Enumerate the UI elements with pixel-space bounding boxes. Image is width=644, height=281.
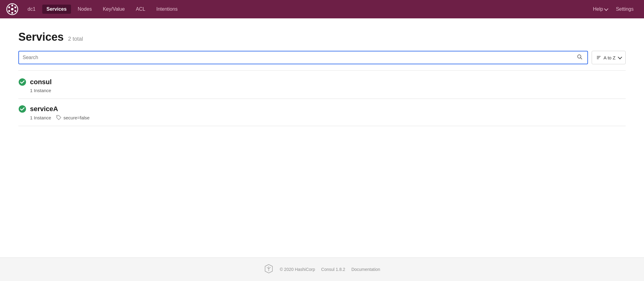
sort-button[interactable]: A to Z <box>592 51 626 64</box>
search-icon <box>577 54 582 60</box>
service-serviceA-meta: 1 Instance secure=false <box>18 115 626 120</box>
svg-point-15 <box>58 116 58 117</box>
svg-point-14 <box>19 105 26 113</box>
sort-label: A to Z <box>604 55 616 60</box>
service-item-consul[interactable]: consul 1 Instance <box>18 72 626 99</box>
svg-point-13 <box>19 78 26 86</box>
service-consul-meta: 1 Instance <box>18 88 626 93</box>
svg-line-9 <box>580 58 582 59</box>
service-consul-name: consul <box>30 78 52 86</box>
footer-version: Consul 1.8.2 <box>321 267 345 272</box>
search-button[interactable] <box>576 53 584 62</box>
search-box <box>18 51 588 64</box>
svg-point-3 <box>14 6 16 8</box>
footer-documentation-link[interactable]: Documentation <box>351 267 380 272</box>
svg-point-6 <box>8 10 10 12</box>
service-serviceA-name-row: serviceA <box>18 105 626 113</box>
svg-point-4 <box>14 10 16 12</box>
nav-item-acl[interactable]: ACL <box>132 5 150 14</box>
help-chevron-icon <box>604 7 608 11</box>
sort-chevron-icon <box>618 55 622 59</box>
nav-help-label: Help <box>593 6 603 12</box>
footer-copyright: © 2020 HashiCorp <box>280 267 315 272</box>
nav-item-intentions[interactable]: Intentions <box>152 5 182 14</box>
svg-point-2 <box>11 5 13 6</box>
page-header: Services 2 total <box>18 31 626 43</box>
sort-icon <box>596 55 601 60</box>
nav-item-keyvalue[interactable]: Key/Value <box>99 5 129 14</box>
nav-help-button[interactable]: Help <box>590 5 610 14</box>
service-consul-instances: 1 Instance <box>30 88 51 93</box>
nav-dc[interactable]: dc1 <box>24 5 39 14</box>
nav-item-nodes[interactable]: Nodes <box>73 5 96 14</box>
service-serviceA-tag-value: secure=false <box>63 115 89 120</box>
service-serviceA-instances: 1 Instance <box>30 115 51 120</box>
page-count: 2 total <box>68 36 83 42</box>
service-list: consul 1 Instance serviceA 1 Instance <box>18 72 626 126</box>
search-input[interactable] <box>23 55 576 60</box>
main-nav: dc1 Services Nodes Key/Value ACL Intenti… <box>0 0 644 18</box>
service-serviceA-name: serviceA <box>30 105 58 113</box>
hashicorp-logo <box>264 264 274 275</box>
search-row: A to Z <box>18 51 626 64</box>
tag-icon <box>56 115 62 120</box>
service-consul-status-icon <box>18 78 26 86</box>
nav-settings-button[interactable]: Settings <box>612 5 638 14</box>
page-footer: © 2020 HashiCorp Consul 1.8.2 Documentat… <box>0 257 644 281</box>
service-consul-name-row: consul <box>18 78 626 86</box>
page-title: Services <box>18 31 64 43</box>
svg-point-1 <box>11 8 13 10</box>
nav-item-services[interactable]: Services <box>42 5 71 14</box>
service-serviceA-tag: secure=false <box>56 115 89 120</box>
service-serviceA-status-icon <box>18 105 26 113</box>
svg-point-7 <box>8 6 10 8</box>
consul-logo[interactable] <box>6 3 18 15</box>
main-content: Services 2 total A to Z <box>0 18 644 257</box>
list-top-divider <box>18 70 626 71</box>
svg-point-5 <box>11 12 13 14</box>
service-item-serviceA[interactable]: serviceA 1 Instance secure=false <box>18 99 626 126</box>
